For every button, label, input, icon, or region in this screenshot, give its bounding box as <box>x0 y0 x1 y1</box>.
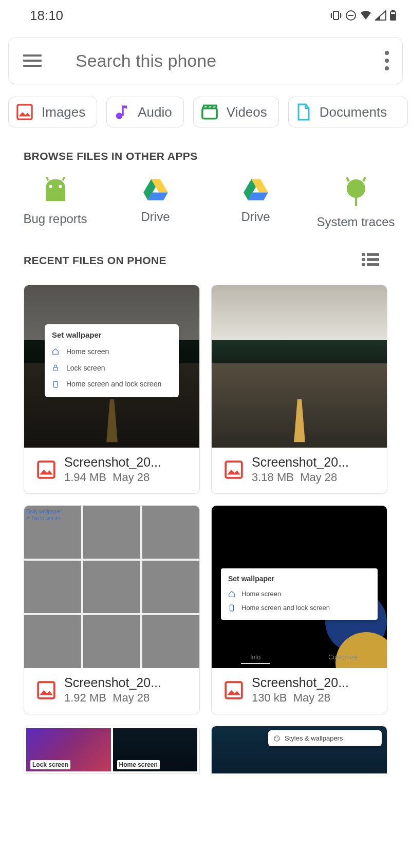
svg-rect-32 <box>226 461 242 478</box>
svg-line-20 <box>347 177 349 181</box>
svg-rect-29 <box>53 367 58 371</box>
svg-rect-0 <box>333 11 339 20</box>
category-row: Images Audio Videos Documents <box>0 84 411 127</box>
file-meta: Screenshot_20... 3.18 MB May 28 <box>212 448 387 493</box>
category-label: Audio <box>138 104 172 120</box>
home-icon <box>228 590 235 598</box>
styles-popup: Styles & wallpapers <box>268 730 382 746</box>
app-label: System traces <box>316 215 395 229</box>
section-heading-browse: BROWSE FILES IN OTHER APPS <box>0 127 411 162</box>
phone-icon <box>52 381 59 388</box>
thumb-label: Lock screen <box>30 760 70 769</box>
file-card[interactable]: Set wallpaper Home screen Lock screen Ho… <box>24 285 200 494</box>
file-grid-partial: Lock screen Home screen Styles & wallpap… <box>0 714 411 774</box>
svg-rect-33 <box>38 682 54 698</box>
video-icon <box>201 104 218 120</box>
file-name: Screenshot_20... <box>252 455 354 470</box>
svg-line-17 <box>46 177 48 180</box>
file-details: 130 kB May 28 <box>252 691 382 705</box>
category-label: Documents <box>320 104 387 120</box>
category-documents[interactable]: Documents <box>288 97 408 127</box>
file-card[interactable]: Set wallpaper Home screen Home screen an… <box>211 505 387 714</box>
section-heading-recent: RECENT FILES ON PHONE <box>24 254 166 267</box>
status-icons <box>330 10 397 21</box>
image-icon <box>16 103 33 121</box>
app-label: Drive <box>141 210 170 224</box>
file-thumbnail <box>212 285 387 448</box>
svg-point-11 <box>116 113 123 119</box>
svg-rect-8 <box>391 10 395 11</box>
app-drive-2[interactable]: Drive <box>210 177 302 229</box>
image-icon <box>36 460 56 479</box>
thumb-tabs: InfoCustomize <box>212 654 387 664</box>
image-icon <box>224 460 244 479</box>
list-view-toggle-icon[interactable] <box>362 253 379 268</box>
battery-icon <box>389 10 397 21</box>
file-details: 1.92 MB May 28 <box>64 691 194 705</box>
recent-header: RECENT FILES ON PHONE <box>0 229 411 268</box>
category-label: Images <box>42 104 85 120</box>
svg-rect-24 <box>367 253 379 256</box>
app-label: Drive <box>241 210 270 224</box>
wallpaper-dialog: Set wallpaper Home screen Lock screen Ho… <box>45 324 179 397</box>
file-thumbnail: Set wallpaper Home screen Lock screen Ho… <box>24 285 199 448</box>
svg-point-39 <box>277 738 278 740</box>
svg-rect-23 <box>362 253 365 256</box>
file-meta: Screenshot_20... 1.94 MB May 28 <box>24 448 199 493</box>
svg-point-16 <box>59 185 62 188</box>
wallpaper-dialog: Set wallpaper Home screen Home screen an… <box>221 568 378 620</box>
svg-rect-10 <box>17 105 32 119</box>
file-name: Screenshot_20... <box>64 675 167 690</box>
cell-signal-icon <box>375 10 386 21</box>
svg-rect-30 <box>54 381 58 387</box>
svg-line-21 <box>363 177 365 181</box>
svg-rect-25 <box>362 258 365 261</box>
file-meta: Screenshot_20... 130 kB May 28 <box>212 668 387 714</box>
svg-rect-28 <box>367 263 379 266</box>
status-time: 18:10 <box>30 8 63 24</box>
android-lollipop-icon <box>344 177 368 207</box>
category-audio[interactable]: Audio <box>106 97 184 127</box>
app-drive-1[interactable]: Drive <box>109 177 202 229</box>
svg-rect-22 <box>355 197 357 206</box>
search-bar[interactable]: Search this phone <box>8 37 403 84</box>
search-input[interactable]: Search this phone <box>76 51 385 71</box>
category-images[interactable]: Images <box>8 97 97 127</box>
drive-icon <box>242 177 269 201</box>
svg-line-18 <box>63 177 65 180</box>
android-icon <box>41 177 70 204</box>
dialog-title: Set wallpaper <box>52 330 172 339</box>
svg-point-15 <box>49 185 52 188</box>
app-bug-reports[interactable]: Bug reports <box>9 177 102 229</box>
file-thumbnail: Set wallpaper Home screen Home screen an… <box>212 506 387 668</box>
audio-icon <box>114 103 129 121</box>
svg-rect-35 <box>226 682 242 698</box>
hamburger-menu-icon[interactable] <box>23 54 42 67</box>
svg-point-19 <box>347 179 365 198</box>
phone-icon <box>228 604 235 612</box>
category-label: Videos <box>227 104 267 120</box>
dnd-icon <box>345 10 357 21</box>
file-grid: Set wallpaper Home screen Lock screen Ho… <box>0 268 411 714</box>
svg-rect-13 <box>202 108 217 119</box>
file-thumbnail: Daily wallpaper⟳ Tap to turn on <box>24 506 199 668</box>
wifi-icon <box>360 10 372 21</box>
thumb-label: Home screen <box>117 760 160 769</box>
dialog-title: Set wallpaper <box>228 575 370 583</box>
svg-rect-31 <box>38 461 54 478</box>
category-videos[interactable]: Videos <box>193 97 279 127</box>
more-vert-icon[interactable] <box>385 51 389 70</box>
file-card[interactable]: Styles & wallpapers <box>211 726 387 774</box>
svg-point-38 <box>277 736 278 737</box>
file-name: Screenshot_20... <box>252 675 354 690</box>
image-icon <box>36 680 56 700</box>
file-card[interactable]: Screenshot_20... 3.18 MB May 28 <box>211 285 387 494</box>
file-card[interactable]: Lock screen Home screen <box>24 726 200 774</box>
drive-icon <box>142 177 169 201</box>
file-meta: Screenshot_20... 1.92 MB May 28 <box>24 668 199 714</box>
svg-point-37 <box>275 737 276 738</box>
lock-icon <box>52 364 59 372</box>
file-name: Screenshot_20... <box>64 455 167 470</box>
app-system-traces[interactable]: System traces <box>310 177 402 229</box>
file-card[interactable]: Daily wallpaper⟳ Tap to turn on Screensh… <box>24 505 200 714</box>
